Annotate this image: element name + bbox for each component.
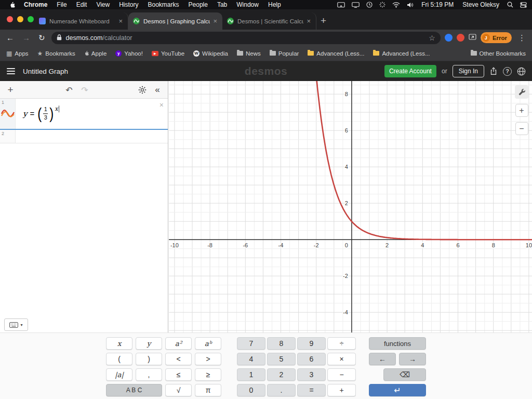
menubar-item-view[interactable]: View xyxy=(91,1,114,8)
tab-close-icon[interactable]: × xyxy=(305,17,312,25)
bookmark-apps[interactable]: ▦Apps xyxy=(6,50,29,57)
menubar-item-window[interactable]: Window xyxy=(232,1,263,8)
keyboard-toggle-button[interactable]: ▾ xyxy=(4,318,28,331)
display-icon[interactable] xyxy=(352,2,360,8)
key-7[interactable]: 7 xyxy=(237,337,265,350)
expression-gutter[interactable]: 1 xyxy=(0,99,16,129)
key-minus[interactable]: − xyxy=(327,368,356,381)
key-arrow-right[interactable]: → xyxy=(399,353,426,365)
menubar-item-history[interactable]: History xyxy=(114,1,143,8)
screen-mirroring-icon[interactable] xyxy=(337,2,345,8)
functions-button[interactable]: functions xyxy=(369,337,426,350)
fullscreen-window-button[interactable] xyxy=(28,16,34,22)
tab-desmos-graphing[interactable]: Desmos | Graphing Calculato × xyxy=(128,12,222,30)
key-a-squared[interactable]: a² xyxy=(165,337,192,350)
graph-area[interactable]: -10-8-6-4-22468108642-2-40 + − xyxy=(169,81,532,332)
key-divide[interactable]: ÷ xyxy=(327,337,356,350)
extension-red-icon[interactable] xyxy=(457,34,464,42)
key-5[interactable]: 5 xyxy=(267,353,296,365)
key-1[interactable]: 1 xyxy=(237,368,265,381)
menubar-user[interactable]: Steve Oleksy xyxy=(461,1,500,8)
control-center-icon[interactable] xyxy=(520,2,527,8)
keyboard-brightness-icon[interactable] xyxy=(379,2,385,8)
other-bookmarks[interactable]: Other Bookmarks xyxy=(471,50,526,57)
key-abc[interactable]: A B C xyxy=(106,384,162,396)
key-a-power-b[interactable]: aᵇ xyxy=(195,337,221,350)
key-plus[interactable]: + xyxy=(327,384,356,396)
key-9[interactable]: 9 xyxy=(297,337,326,350)
curve-color-icon[interactable] xyxy=(1,108,15,122)
bookmark-yahoo[interactable]: yYahoo! xyxy=(115,50,143,57)
key-leq[interactable]: ≤ xyxy=(165,368,192,381)
apple-logo-icon[interactable] xyxy=(5,2,19,8)
help-icon[interactable]: ? xyxy=(503,67,512,76)
key-0[interactable]: 0 xyxy=(237,384,265,396)
expression-row-2[interactable]: 2 xyxy=(0,130,168,143)
hamburger-menu-icon[interactable] xyxy=(6,68,16,74)
extension-blue-icon[interactable] xyxy=(445,34,453,42)
spotlight-search-icon[interactable] xyxy=(507,2,513,8)
key-pi[interactable]: π xyxy=(195,384,221,396)
bookmark-star-icon[interactable]: ☆ xyxy=(429,34,435,42)
expression-gutter[interactable]: 2 xyxy=(0,130,16,143)
key-decimal[interactable]: . xyxy=(267,384,296,396)
menubar-item-file[interactable]: File xyxy=(52,1,71,8)
expression-input[interactable]: × y = ( 1 3 ) x xyxy=(16,99,168,129)
menubar-item-bookmarks[interactable]: Bookmarks xyxy=(143,1,184,8)
bookmark-advanced-1[interactable]: Advanced (Less... xyxy=(308,50,364,57)
create-account-button[interactable]: Create Account xyxy=(384,65,436,77)
reload-icon[interactable]: ↻ xyxy=(36,33,47,43)
gear-icon[interactable] xyxy=(136,81,149,99)
key-close-paren[interactable]: ) xyxy=(136,353,162,365)
collapse-panel-icon[interactable]: « xyxy=(151,81,164,99)
graph-settings-wrench-icon[interactable] xyxy=(515,85,528,99)
menubar-item-tab[interactable]: Tab xyxy=(212,1,232,8)
new-tab-button[interactable]: + xyxy=(316,15,331,30)
key-8[interactable]: 8 xyxy=(267,337,296,350)
menubar-item-help[interactable]: Help xyxy=(263,1,286,8)
bookmark-youtube[interactable]: ▶YouTube xyxy=(152,50,184,57)
address-bar[interactable]: desmos.com/calculator ☆ xyxy=(51,32,441,44)
key-y[interactable]: y xyxy=(136,337,162,350)
expression-input-empty[interactable] xyxy=(16,130,168,143)
undo-icon[interactable]: ↶ xyxy=(62,81,76,99)
key-less-than[interactable]: < xyxy=(165,353,192,365)
menubar-item-people[interactable]: People xyxy=(184,1,212,8)
key-greater-than[interactable]: > xyxy=(195,353,221,365)
forward-icon[interactable]: → xyxy=(20,33,32,42)
add-expression-button[interactable]: + xyxy=(4,81,17,99)
key-4[interactable]: 4 xyxy=(237,353,265,365)
lock-icon[interactable] xyxy=(57,33,62,43)
key-open-paren[interactable]: ( xyxy=(106,353,132,365)
key-abs[interactable]: |a| xyxy=(106,368,132,381)
clock-icon[interactable] xyxy=(366,2,373,8)
bookmark-bookmarks[interactable]: ★Bookmarks xyxy=(37,50,75,57)
zoom-in-button[interactable]: + xyxy=(515,104,528,117)
close-window-button[interactable] xyxy=(7,16,13,22)
redo-icon[interactable]: ↷ xyxy=(78,81,91,99)
menubar-item-edit[interactable]: Edit xyxy=(72,1,92,8)
bookmark-advanced-2[interactable]: Advanced (Less... xyxy=(373,50,430,57)
browser-menu-icon[interactable]: ⋮ xyxy=(516,33,528,43)
delete-expression-icon[interactable]: × xyxy=(159,101,164,109)
tab-close-icon[interactable]: × xyxy=(117,17,124,25)
key-sqrt[interactable]: √ xyxy=(165,384,192,396)
volume-icon[interactable] xyxy=(407,2,414,8)
share-icon[interactable] xyxy=(489,67,498,75)
expression-math[interactable]: y = ( 1 3 ) x xyxy=(23,106,59,121)
menubar-item-chrome[interactable]: Chrome xyxy=(19,1,52,8)
key-equals[interactable]: = xyxy=(297,384,326,396)
key-multiply[interactable]: × xyxy=(327,353,356,365)
bookmark-wikipedia[interactable]: WWikipedia xyxy=(193,50,228,57)
back-icon[interactable]: ← xyxy=(4,33,16,42)
url-text[interactable]: desmos.com/calculator xyxy=(66,34,132,42)
graph-plot[interactable]: -10-8-6-4-22468108642-2-40 xyxy=(169,81,532,332)
key-geq[interactable]: ≥ xyxy=(195,368,221,381)
key-comma[interactable]: , xyxy=(136,368,162,381)
tab-close-icon[interactable]: × xyxy=(212,17,218,25)
tab-numerade[interactable]: Numerade Whiteboard × xyxy=(34,12,128,30)
zoom-out-button[interactable]: − xyxy=(515,122,528,135)
tab-desmos-scientific[interactable]: Desmos | Scientific Calculat × xyxy=(222,12,316,30)
bookmark-apple[interactable]: Apple xyxy=(84,50,107,57)
graph-title[interactable]: Untitled Graph xyxy=(23,68,68,75)
